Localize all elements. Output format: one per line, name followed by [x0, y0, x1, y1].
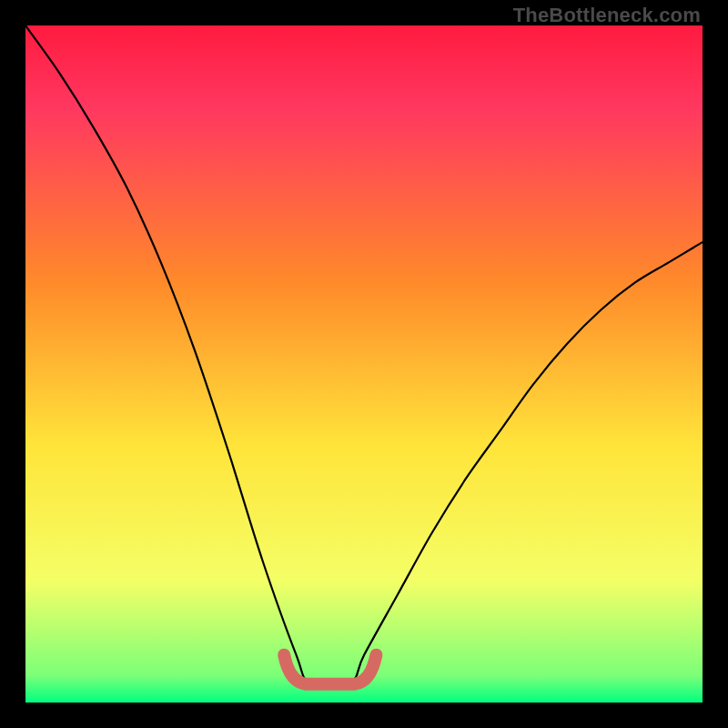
chart-frame: TheBottleneck.com: [0, 0, 728, 728]
curve-layer: [25, 25, 703, 703]
watermark-text: TheBottleneck.com: [513, 4, 701, 27]
plot-area: [25, 25, 703, 703]
bottleneck-curve: [25, 25, 703, 685]
